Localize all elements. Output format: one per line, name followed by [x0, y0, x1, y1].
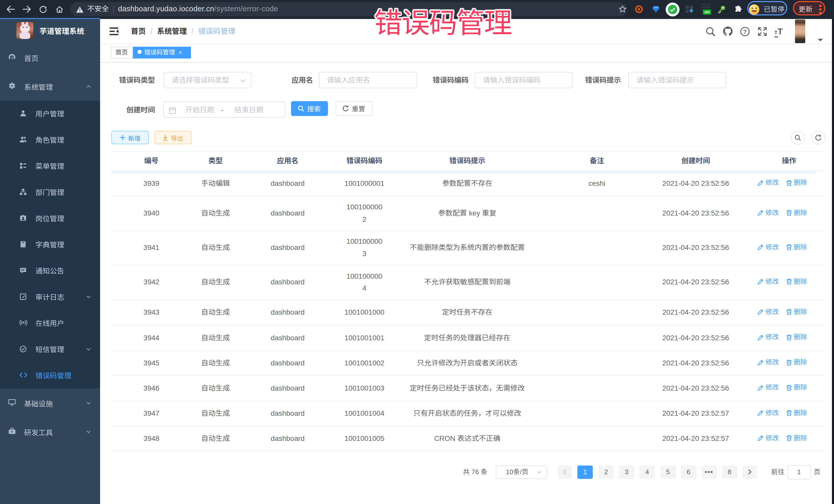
- svg-text:?: ?: [743, 28, 746, 35]
